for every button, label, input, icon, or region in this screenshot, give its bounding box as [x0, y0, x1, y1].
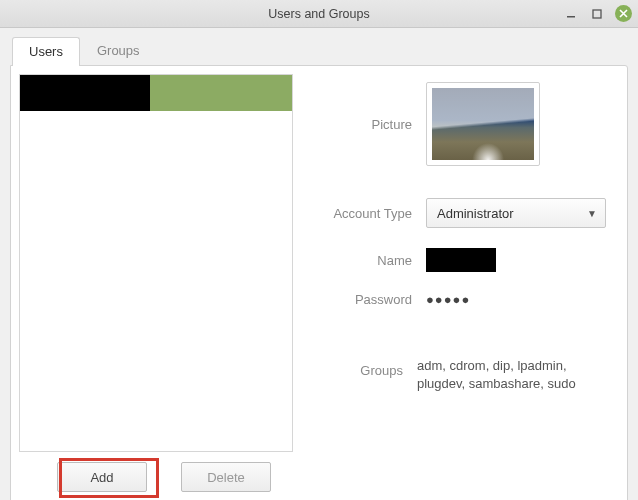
field-groups: Groups adm, cdrom, dip, lpadmin, plugdev…: [311, 357, 607, 393]
account-type-select[interactable]: Administrator ▼: [426, 198, 606, 228]
field-account-type: Account Type Administrator ▼: [311, 198, 607, 228]
label-groups: Groups: [311, 357, 417, 378]
tab-groups[interactable]: Groups: [80, 36, 157, 65]
detail-panel: Picture Account Type Administrator ▼ Nam…: [301, 66, 627, 500]
account-type-value: Administrator: [437, 206, 514, 221]
user-picture: [432, 88, 534, 160]
field-password: Password ●●●●●: [311, 292, 607, 307]
titlebar: Users and Groups: [0, 0, 638, 28]
groups-value: adm, cdrom, dip, lpadmin, plugdev, samba…: [417, 357, 607, 393]
left-column: Add Delete: [11, 66, 301, 500]
list-button-row: Add Delete: [19, 452, 293, 492]
user-name-redacted: [78, 75, 150, 111]
window-title: Users and Groups: [268, 7, 369, 21]
user-avatar-redacted: [20, 75, 78, 111]
user-list[interactable]: [19, 74, 293, 452]
minimize-button[interactable]: [563, 6, 579, 22]
add-button[interactable]: Add: [57, 462, 147, 492]
picture-button[interactable]: [426, 82, 540, 166]
label-account-type: Account Type: [311, 206, 426, 221]
close-button[interactable]: [615, 5, 632, 22]
label-picture: Picture: [311, 117, 426, 132]
svg-rect-1: [593, 10, 601, 18]
label-password: Password: [311, 292, 426, 307]
delete-button[interactable]: Delete: [181, 462, 271, 492]
password-value[interactable]: ●●●●●: [426, 292, 470, 307]
user-list-item[interactable]: [20, 75, 292, 111]
tab-row: Users Groups: [12, 36, 628, 65]
chevron-down-icon: ▼: [587, 208, 597, 219]
window-controls: [563, 5, 632, 22]
name-value-redacted[interactable]: [426, 248, 496, 272]
field-name: Name: [311, 248, 607, 272]
tab-users[interactable]: Users: [12, 37, 80, 66]
field-picture: Picture: [311, 76, 607, 172]
svg-rect-0: [567, 16, 575, 18]
label-name: Name: [311, 253, 426, 268]
maximize-button[interactable]: [589, 6, 605, 22]
tab-pane-users: Add Delete Picture Account Type Administ…: [10, 65, 628, 500]
content: Users Groups Add Delete Picture: [0, 28, 638, 500]
